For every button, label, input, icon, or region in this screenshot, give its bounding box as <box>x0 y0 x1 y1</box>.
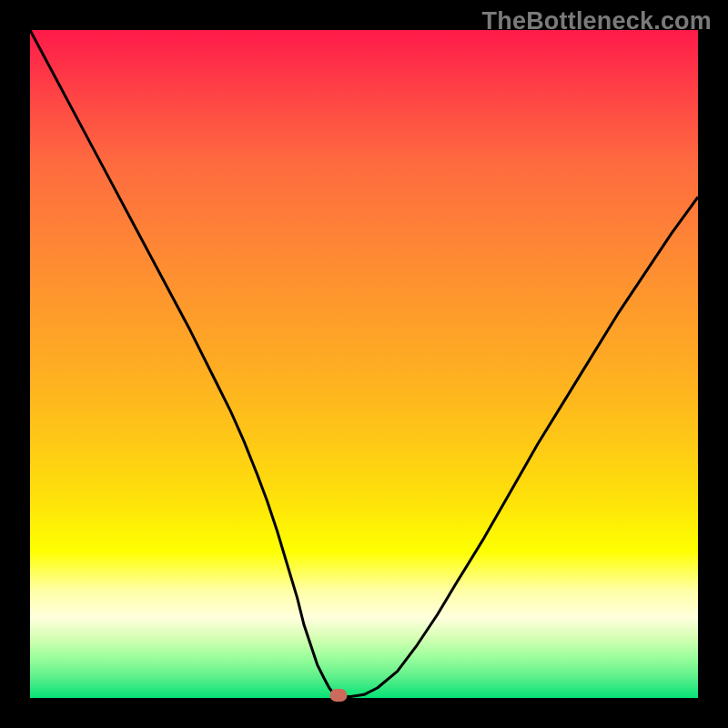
chart-frame: TheBottleneck.com <box>0 0 728 728</box>
optimal-point-marker <box>330 689 348 702</box>
gradient-plot-area <box>30 30 698 698</box>
bottleneck-curve <box>30 30 698 697</box>
watermark-text: TheBottleneck.com <box>482 7 712 35</box>
curve-svg <box>30 30 698 698</box>
